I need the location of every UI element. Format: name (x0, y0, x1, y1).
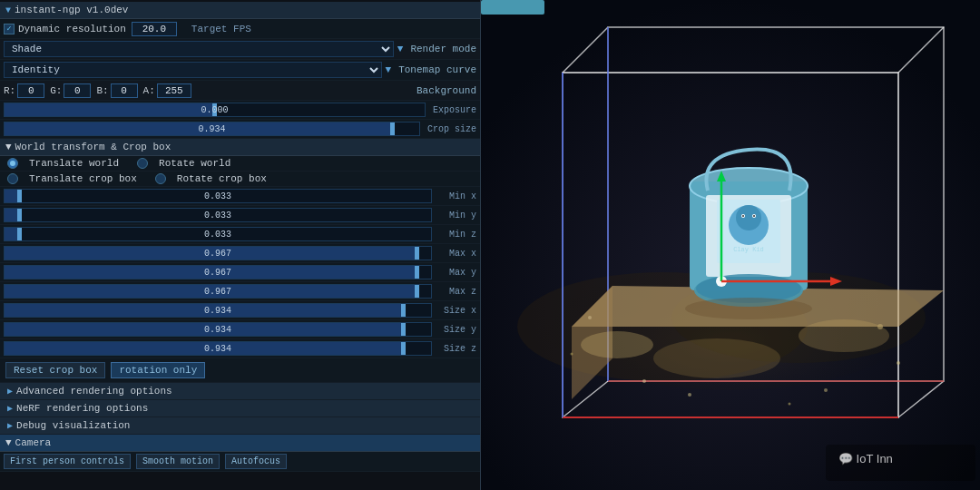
rotation-only-button[interactable]: rotation only (111, 362, 205, 378)
crop-size-value: 0.934 (5, 124, 419, 134)
max-z-label: Max z (436, 287, 476, 297)
max-z-slider[interactable]: 0.967 (4, 284, 432, 299)
dynamic-resolution-checkbox[interactable] (4, 24, 15, 34)
translate-world-label: Translate world (29, 158, 119, 169)
rotate-world-radio[interactable] (137, 158, 148, 169)
a-input[interactable] (157, 83, 191, 98)
max-y-row: 0.967 Max y (0, 263, 480, 282)
camera-header[interactable]: ▼ Camera (0, 435, 480, 452)
tonemap-select[interactable]: Identity ACES (4, 62, 382, 78)
max-z-value: 0.967 (5, 287, 431, 297)
nerf-label: NeRF rendering options (16, 403, 148, 414)
size-x-slider[interactable]: 0.934 (4, 303, 432, 318)
svg-point-38 (753, 215, 755, 217)
translate-crop-radio[interactable] (7, 173, 18, 184)
min-z-slider[interactable]: 0.033 (4, 227, 432, 241)
size-y-row: 0.934 Size y (0, 320, 480, 339)
max-y-slider[interactable]: 0.967 (4, 265, 432, 279)
dynamic-resolution-row: Dynamic resolution Target FPS (0, 19, 480, 39)
g-input[interactable] (64, 83, 91, 98)
size-z-label: Size z (436, 344, 476, 354)
size-y-label: Size y (436, 325, 476, 335)
crop-size-slider[interactable]: 0.934 (4, 122, 420, 136)
world-transform-header[interactable]: ▼ World transform & Crop box (0, 139, 480, 156)
rotate-world-label: Rotate world (159, 158, 230, 169)
a-label: A: (143, 85, 155, 96)
nerf-arrow: ▶ (7, 403, 13, 414)
size-z-row: 0.934 Size z (0, 339, 480, 358)
exposure-slider[interactable]: 0.000 (4, 103, 426, 117)
exposure-label: Exposure (429, 105, 476, 115)
min-y-label: Min y (436, 211, 476, 220)
max-x-row: 0.967 Max x (0, 244, 480, 263)
g-label: G: (50, 85, 62, 96)
b-input[interactable] (111, 83, 138, 98)
tonemap-arrow: ▼ (386, 64, 392, 75)
first-person-button[interactable]: First person controls (4, 454, 131, 469)
camera-label: Camera (15, 437, 52, 448)
reset-crop-button[interactable]: Reset crop box (5, 362, 105, 378)
dynamic-resolution-label: Dynamic resolution (18, 24, 126, 34)
viewport[interactable]: Clay Kid 💬 IoT Inn (481, 0, 980, 490)
render-mode-arrow: ▼ (397, 44, 404, 54)
rotate-crop-radio[interactable] (155, 173, 166, 184)
title-bar: ▼ instant-ngp v1.0dev (0, 2, 480, 19)
render-mode-row: Shade Depth Normals ▼ Render mode (0, 39, 480, 60)
svg-point-25 (688, 393, 691, 397)
size-z-value: 0.934 (5, 344, 431, 354)
radio-row-1: Translate world Rotate world (0, 156, 480, 172)
svg-point-37 (742, 215, 744, 217)
min-y-slider[interactable]: 0.033 (4, 208, 432, 222)
svg-point-18 (653, 338, 780, 378)
advanced-label: Advanced rendering options (16, 386, 172, 397)
max-z-row: 0.967 Max z (0, 282, 480, 301)
tonemap-label: Tonemap curve (391, 64, 476, 75)
size-x-row: 0.934 Size x (0, 301, 480, 320)
rotate-crop-label: Rotate crop box (177, 173, 267, 184)
target-fps-label: Target FPS (191, 24, 251, 34)
render-mode-select[interactable]: Shade Depth Normals (4, 41, 394, 57)
size-y-slider[interactable]: 0.934 (4, 322, 432, 337)
b-label: B: (96, 85, 108, 96)
min-x-row: 0.033 Min x (0, 187, 480, 206)
svg-point-22 (824, 388, 828, 392)
svg-point-42 (685, 298, 812, 319)
max-x-label: Max x (436, 249, 476, 259)
app-title: instant-ngp v1.0dev (15, 5, 128, 15)
camera-controls-row: First person controls Smooth motion Auto… (0, 452, 480, 472)
radio-row-2: Translate crop box Rotate crop box (0, 172, 480, 187)
exposure-row: 0.000 Exposure (0, 101, 480, 120)
min-y-value: 0.033 (5, 211, 431, 220)
tonemap-row: Identity ACES ▼ Tonemap curve (0, 60, 480, 81)
svg-point-17 (799, 319, 889, 352)
smooth-motion-button[interactable]: Smooth motion (136, 454, 220, 469)
min-z-label: Min z (436, 230, 476, 240)
svg-point-21 (642, 379, 646, 383)
nerf-rendering-item[interactable]: ▶ NeRF rendering options (0, 400, 480, 417)
svg-point-23 (571, 353, 573, 356)
min-x-slider[interactable]: 0.033 (4, 189, 432, 203)
render-mode-label: Render mode (403, 44, 476, 54)
world-transform-label: World transform & Crop box (15, 142, 172, 152)
max-y-label: Max y (436, 268, 476, 278)
translate-world-radio[interactable] (7, 158, 18, 169)
rgba-inputs: R: G: B: A: (4, 83, 406, 98)
debug-visualization-item[interactable]: ▶ Debug visualization (0, 417, 480, 435)
r-input[interactable] (17, 83, 44, 98)
left-panel: ▼ instant-ngp v1.0dev Dynamic resolution… (0, 0, 481, 490)
max-x-value: 0.967 (5, 249, 431, 259)
exposure-value: 0.000 (5, 105, 425, 115)
max-x-slider[interactable]: 0.967 (4, 246, 432, 260)
min-x-label: Min x (436, 191, 476, 201)
world-transform-arrow: ▼ (5, 142, 12, 152)
advanced-rendering-item[interactable]: ▶ Advanced rendering options (0, 383, 480, 400)
dynamic-resolution-input[interactable] (132, 22, 177, 36)
size-y-value: 0.934 (5, 325, 431, 335)
viewport-svg: Clay Kid 💬 IoT Inn (481, 0, 980, 490)
autofocus-button[interactable]: Autofocus (225, 454, 287, 469)
svg-point-16 (581, 331, 653, 358)
svg-point-19 (588, 316, 592, 319)
size-z-slider[interactable]: 0.934 (4, 341, 432, 356)
max-y-value: 0.967 (5, 268, 431, 278)
crop-size-row: 0.934 Crop size (0, 120, 480, 139)
